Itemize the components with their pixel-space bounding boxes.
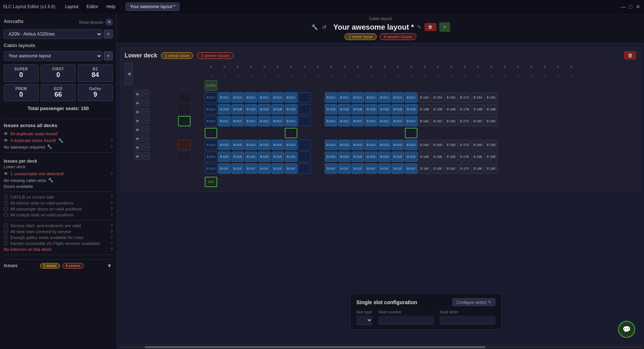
seat-cell[interactable]: E-15A [432,92,444,103]
row-ctrl-btn-7a[interactable]: ▶ [134,143,142,151]
seat-cell[interactable]: B-01C [392,116,404,126]
seat-cell[interactable]: E-19D [485,140,498,150]
show-layouts-button[interactable]: ✕ [105,19,113,26]
help-icon-2[interactable]: ? [110,145,113,149]
configure-slots-button[interactable]: Configure slot(s) ✎ [452,298,495,306]
collapse-button[interactable]: ◀ [125,63,133,85]
seat-cell[interactable]: B-01B [405,104,417,114]
add-aircraft-button[interactable]: + [104,30,113,39]
cabin-layout-dropdown[interactable]: Your awesome layout [4,51,102,61]
seat-cell[interactable]: E-15C [432,116,444,126]
seat-cell[interactable]: B-01E [392,152,404,162]
seat-cell[interactable]: E-17C [458,116,471,126]
seat-cell[interactable]: B-01F [365,163,377,174]
seat-cell[interactable]: E-18A [472,92,484,103]
row-ctrl-btn-3b[interactable]: − [142,108,150,115]
seat-cell[interactable]: B-01A [245,92,257,103]
seat-cell[interactable]: E-16F [445,163,458,174]
seat-cell[interactable]: E-19C [485,116,498,126]
seat-cell[interactable]: B-01D [351,140,364,150]
seat-cell[interactable]: B-01C [258,116,271,126]
maximize-button[interactable]: □ [628,4,634,10]
seat-cell[interactable]: E-17E [458,152,471,162]
seat-cell[interactable]: CAT-0 [205,80,217,91]
seat-cell[interactable]: B-01A [258,92,271,103]
canvas-area[interactable]: Lower deck 1 minor issue 2 severe issues… [117,43,644,345]
seat-cell[interactable]: B-01B [285,104,297,114]
cabin-title-edit-button[interactable]: ✎ [417,24,422,30]
seat-cell[interactable] [405,128,417,138]
seat-cell[interactable]: B-01B [338,104,351,114]
row-ctrl-btn-1a[interactable]: ▶ [134,90,142,97]
row-ctrl-btn-6b[interactable]: − [142,134,150,142]
seat-cell[interactable]: B-01E [271,152,284,162]
seat-cell[interactable]: B-01E [378,152,391,162]
seat-cell[interactable]: B-01C [365,116,377,126]
seat-cell[interactable]: B-01B [351,104,364,114]
seat-cell[interactable]: B-01A [392,92,404,103]
seat-cell[interactable]: B-01F [378,163,391,174]
wrench-icon-3[interactable]: 🔧 [48,178,53,183]
seat-cell[interactable]: B-01E [338,152,351,162]
seat-cell[interactable]: B-01E [285,152,297,162]
seat-cell[interactable]: B-01C [285,116,297,126]
seat-cell[interactable]: E-16C [445,116,458,126]
seat-cell[interactable]: B-01A [205,92,217,103]
seat-cell[interactable]: B-01B [231,104,244,114]
seat-cell[interactable]: B-01B [378,104,391,114]
seat-cell[interactable] [298,163,311,174]
row-ctrl-btn-7b[interactable]: − [142,143,150,151]
row-ctrl-btn-8b[interactable]: − [142,152,150,160]
seat-number-input[interactable] [378,316,434,324]
seat-cell[interactable]: B-01B [245,104,257,114]
seat-cell[interactable]: B-01A [205,152,217,162]
seat-cell[interactable]: B-01A [231,92,244,103]
seat-cell[interactable]: B-01A [205,104,217,114]
aircraft-dropdown[interactable]: A20N - Airbus A320neo [4,29,102,39]
chat-button[interactable]: 💬 [618,321,635,338]
seat-cell[interactable]: E-18D [472,140,484,150]
row-ctrl-btn-2a[interactable]: ▶ [134,99,142,106]
help-icon-4[interactable]: ? [110,195,113,199]
seat-cell[interactable]: B-01D [405,140,417,150]
seat-cell[interactable]: B-01F [285,163,297,174]
menu-editor[interactable]: Editor [83,3,102,10]
seat-cell[interactable]: B-01F [231,163,244,174]
seat-cell[interactable]: E-18B [472,104,484,114]
seat-cell[interactable]: B-01A [365,92,377,103]
seat-cell[interactable]: B-01A [285,92,297,103]
seat-cell[interactable]: B-01D [271,140,284,150]
seat-cell[interactable]: B-01C [271,116,284,126]
seat-cell[interactable]: E-15D [432,140,444,150]
seat-cell[interactable]: B-01C [231,116,244,126]
seat-cell[interactable]: E-17F [458,163,471,174]
seat-cell[interactable] [298,140,311,150]
horizontal-scrollbar[interactable] [117,345,644,349]
seat-cell[interactable]: B-01B [365,104,377,114]
cabin-title-delete-button[interactable]: 🗑 [425,23,436,31]
row-ctrl-btn-6a[interactable]: ▶ [134,134,142,142]
help-icon-10[interactable]: ? [110,235,113,240]
seat-cell[interactable]: E-14B [418,104,431,114]
minimize-button[interactable]: — [620,4,626,10]
seat-cell[interactable]: B-01A [378,92,391,103]
seat-cell[interactable]: B-01E [405,152,417,162]
seat-cell[interactable]: E-14F [418,163,431,174]
seat-cell[interactable]: E-19B [485,104,498,114]
seat-cell[interactable]: B-01C [325,116,337,126]
seat-cell[interactable]: E-16E [445,152,458,162]
add-cabin-layout-button[interactable]: + [104,51,113,60]
slot-type-select[interactable] [356,316,372,325]
seat-cell[interactable]: E-18F [472,163,484,174]
seat-cell[interactable]: B-01C [351,116,364,126]
seat-cell[interactable]: B-01F [392,163,404,174]
seat-cell[interactable]: E-19A [485,92,498,103]
row-ctrl-btn-1b[interactable]: − [142,90,150,97]
seat-cell[interactable]: B-01D [285,140,297,150]
seat-cell[interactable]: B-01F [271,163,284,174]
seat-cell[interactable]: E-16A [445,92,458,103]
delete-deck-button[interactable]: 🗑 [624,51,636,60]
seat-cell[interactable]: B-01A [338,92,351,103]
seat-cell[interactable]: B-01B [271,104,284,114]
seat-cell[interactable]: B-01F [245,163,257,174]
